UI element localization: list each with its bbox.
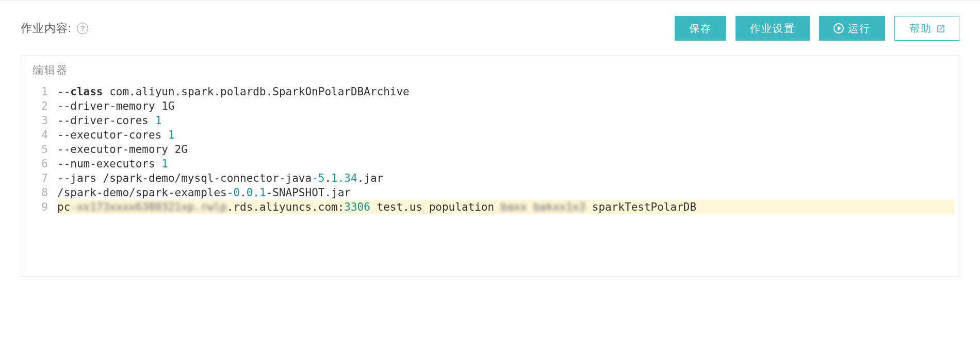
- code-token: -xx173xxxx6380321xp.rwlp: [70, 200, 226, 214]
- line-number: 6: [36, 157, 48, 171]
- code-token: -SNAPSHOT.jar: [266, 185, 351, 200]
- code-token: test.us_population: [370, 200, 501, 214]
- external-link-icon: [936, 24, 944, 32]
- help-button[interactable]: 帮助: [894, 16, 959, 41]
- code-line[interactable]: --driver-memory 1G: [57, 99, 955, 113]
- line-number: 4: [36, 128, 48, 142]
- code-token: com.aliyun.spark.polardb.SparkOnPolarDBA…: [103, 84, 410, 99]
- code-editor[interactable]: 123456789 --class com.aliyun.spark.polar…: [21, 84, 959, 214]
- header-row: 作业内容: ? 保存 作业设置 运行 帮助: [21, 16, 959, 41]
- code-token: sparkTestPolarDB: [585, 200, 696, 214]
- code-token: .: [240, 185, 247, 200]
- code-token: class: [70, 84, 103, 99]
- code-token: /spark-demo/spark-examples: [57, 185, 227, 200]
- line-number: 1: [36, 84, 48, 99]
- code-token: 3306: [344, 200, 370, 214]
- line-number: 9: [36, 200, 48, 214]
- code-token: --driver-cores: [57, 113, 155, 128]
- line-number: 7: [36, 171, 48, 185]
- editor-box: 编辑器 123456789 --class com.aliyun.spark.p…: [21, 55, 959, 277]
- code-line[interactable]: --executor-cores 1: [57, 128, 955, 142]
- title-wrap: 作业内容: ?: [21, 21, 88, 36]
- help-tooltip-icon[interactable]: ?: [77, 23, 88, 34]
- code-token: -0: [227, 185, 240, 200]
- job-settings-button-label: 作业设置: [750, 22, 795, 36]
- line-number: 3: [36, 113, 48, 128]
- code-line[interactable]: --jars /spark-demo/mysql-connector-java-…: [57, 171, 955, 185]
- run-button-label: 运行: [848, 22, 871, 36]
- code-token: .rds.aliyuncs.com:: [227, 200, 345, 214]
- code-token: pc: [57, 200, 70, 214]
- code-token: -5: [312, 171, 324, 185]
- code-token: --executor-memory 2G: [57, 142, 188, 157]
- play-icon: [834, 23, 844, 33]
- page-title: 作业内容:: [21, 21, 72, 36]
- code-token: --jars /spark-demo/mysql-connector-java: [57, 171, 312, 185]
- code-line[interactable]: --driver-cores 1: [57, 113, 955, 128]
- code-line[interactable]: pc-xx173xxxx6380321xp.rwlp.rds.aliyuncs.…: [57, 200, 955, 214]
- run-button[interactable]: 运行: [819, 16, 885, 41]
- line-number: 8: [36, 185, 48, 200]
- code-token: --num-executors: [57, 157, 161, 171]
- code-token: --executor-cores: [57, 128, 168, 142]
- main-container: 作业内容: ? 保存 作业设置 运行 帮助 编辑器 123: [0, 0, 980, 287]
- code-line[interactable]: /spark-demo/spark-examples-0.0.1-SNAPSHO…: [57, 185, 955, 200]
- save-button-label: 保存: [689, 22, 712, 36]
- line-gutter: 123456789: [21, 84, 57, 214]
- editor-label: 编辑器: [21, 56, 959, 84]
- code-token: --driver-memory 1G: [57, 99, 175, 113]
- help-button-label: 帮助: [909, 22, 932, 36]
- button-group: 保存 作业设置 运行 帮助: [675, 16, 959, 41]
- code-token: .: [324, 171, 331, 185]
- code-token: 1: [155, 113, 162, 128]
- job-settings-button[interactable]: 作业设置: [736, 16, 810, 41]
- code-token: baxx bakxx1x3: [501, 200, 585, 214]
- code-line[interactable]: --class com.aliyun.spark.polardb.SparkOn…: [57, 84, 955, 99]
- line-number: 5: [36, 142, 48, 157]
- code-token: 1: [161, 157, 168, 171]
- code-token: --: [57, 84, 70, 99]
- code-token: .jar: [357, 171, 384, 185]
- code-token: 1.34: [331, 171, 357, 185]
- code-line[interactable]: --executor-memory 2G: [57, 142, 955, 157]
- code-lines[interactable]: --class com.aliyun.spark.polardb.SparkOn…: [57, 84, 959, 214]
- line-number: 2: [36, 99, 48, 113]
- save-button[interactable]: 保存: [675, 16, 726, 41]
- code-token: 0.1: [247, 185, 266, 200]
- code-line[interactable]: --num-executors 1: [57, 157, 955, 171]
- editor-empty-space: [21, 214, 959, 276]
- code-token: 1: [168, 128, 175, 142]
